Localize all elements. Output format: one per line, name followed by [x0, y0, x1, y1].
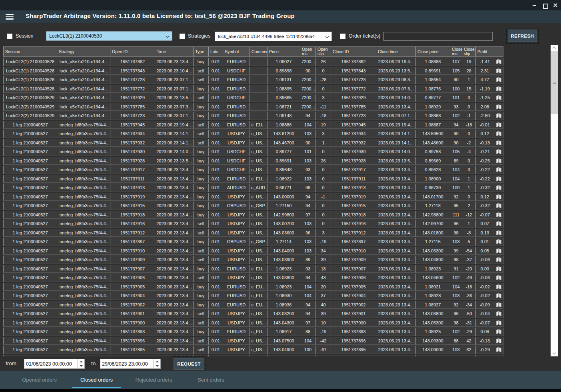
table-row[interactable]: 1 leg 2100040527oneleg_bf8fb3cc-75f4-4..… [3, 220, 503, 228]
step-down-icon[interactable] [78, 364, 84, 369]
table-row[interactable]: LockCL2(1) 2100040528lock_a5e7a210-c134-… [3, 76, 503, 84]
book-icon-cell[interactable] [494, 202, 503, 210]
table-row[interactable]: 1 leg 2100040527oneleg_bf8fb3cc-75f4-4..… [3, 139, 503, 147]
minimize-icon[interactable] [532, 3, 537, 8]
book-icon-cell[interactable] [494, 85, 503, 93]
column-header-open_ms[interactable]: Open ms [300, 46, 316, 57]
column-header-close_time[interactable]: Close time [376, 46, 416, 57]
table-row[interactable]: LockCL2(1) 2100040528lock_a5e7a210-c134-… [3, 67, 503, 75]
table-row[interactable]: LockCL2(1) 2100040528lock_a5e7a210-c134-… [3, 58, 503, 66]
table-row[interactable]: 1 leg 2100040527oneleg_bf8fb3cc-75f4-4..… [3, 202, 503, 210]
book-icon-cell[interactable] [494, 139, 503, 147]
book-icon-cell[interactable] [494, 220, 503, 228]
column-header-open_slip[interactable]: Open slip [316, 46, 331, 57]
to-date-stepper[interactable] [154, 359, 160, 368]
menu-icon[interactable] [6, 13, 14, 20]
tab-rejected-orders[interactable]: Rejected orders [125, 371, 182, 389]
book-icon-cell[interactable] [494, 319, 503, 327]
book-icon-cell[interactable] [494, 274, 503, 282]
column-header-profit[interactable]: Profit [476, 46, 494, 57]
book-icon-cell[interactable] [494, 130, 503, 138]
strategies-select[interactable]: lock_a5e7a210-c134-4496-96ee-12114f2296a… [215, 32, 332, 41]
book-icon-cell[interactable] [494, 328, 503, 336]
column-header-close_slip[interactable]: Close slip [462, 46, 476, 57]
step-down-icon[interactable] [154, 364, 160, 369]
book-icon-cell[interactable] [494, 283, 503, 291]
order-tickets-input[interactable] [383, 32, 493, 41]
book-icon-cell[interactable] [494, 184, 503, 192]
table-row[interactable]: 1 leg 2100040527oneleg_bf8fb3cc-75f4-4..… [3, 175, 503, 183]
scrollbar-thumb[interactable] [551, 51, 558, 114]
table-row[interactable]: LockCL2(1) 2100040528lock_a5e7a210-c134-… [3, 85, 503, 93]
table-row[interactable]: 1 leg 2100040527oneleg_bf8fb3cc-75f4-4..… [3, 193, 503, 201]
table-row[interactable]: LockCL2(2) 2100040529lock_a5e7a210-c134-… [3, 94, 503, 102]
book-icon-cell[interactable] [494, 211, 503, 219]
table-row[interactable]: 1 leg 2100040527oneleg_bf8fb3cc-75f4-4..… [3, 301, 503, 309]
from-date-stepper[interactable] [78, 359, 84, 368]
book-icon-cell[interactable] [494, 175, 503, 183]
book-icon-cell[interactable] [494, 121, 503, 129]
table-row[interactable]: 1 leg 2100040527oneleg_bf8fb3cc-75f4-4..… [3, 130, 503, 138]
column-header-time[interactable]: Time [155, 46, 194, 57]
column-header-close_id[interactable]: Close ID [331, 46, 376, 57]
book-icon-cell[interactable] [494, 103, 503, 111]
table-row[interactable]: 1 leg 2100040527oneleg_bf8fb3cc-75f4-4..… [3, 292, 503, 300]
table-row[interactable]: 1 leg 2100040527oneleg_bf8fb3cc-75f4-4..… [3, 247, 503, 255]
book-icon-cell[interactable] [494, 265, 503, 273]
book-icon-cell[interactable] [494, 346, 503, 354]
column-header-comment[interactable]: Comment [250, 46, 268, 57]
table-row[interactable]: LockCL2(2) 2100040529lock_a5e7a210-c134-… [3, 103, 503, 111]
from-date-input[interactable] [24, 359, 78, 368]
tab-opened-orders[interactable]: Opened orders [11, 371, 68, 389]
book-icon-cell[interactable] [494, 310, 503, 318]
step-up-icon[interactable] [154, 359, 160, 364]
column-header-close_ms[interactable]: Close ms [450, 46, 462, 57]
order-tickets-checkbox[interactable] [340, 34, 345, 39]
book-icon-cell[interactable] [494, 157, 503, 165]
session-checkbox[interactable] [7, 34, 12, 39]
column-header-open_id[interactable]: Open ID [110, 46, 155, 57]
table-row[interactable]: 1 leg 2100040527oneleg_bf8fb3cc-75f4-4..… [3, 166, 503, 174]
scroll-down-arrow-icon[interactable] [551, 350, 558, 356]
table-row[interactable]: 1 leg 2100040527oneleg_bf8fb3cc-75f4-4..… [3, 337, 503, 345]
table-row[interactable]: 1 leg 2100040527oneleg_bf8fb3cc-75f4-4..… [3, 310, 503, 318]
book-icon-cell[interactable] [494, 193, 503, 201]
book-icon-cell[interactable] [494, 148, 503, 156]
table-row[interactable]: 1 leg 2100040527oneleg_bf8fb3cc-75f4-4..… [3, 121, 503, 129]
table-row[interactable]: 1 leg 2100040527oneleg_bf8fb3cc-75f4-4..… [3, 148, 503, 156]
book-icon-cell[interactable] [494, 292, 503, 300]
book-icon-cell[interactable] [494, 94, 503, 102]
book-icon-cell[interactable] [494, 58, 503, 66]
book-icon-cell[interactable] [494, 337, 503, 345]
table-row[interactable]: 1 leg 2100040527oneleg_bf8fb3cc-75f4-4..… [3, 319, 503, 327]
table-row[interactable]: 1 leg 2100040527oneleg_bf8fb3cc-75f4-4..… [3, 238, 503, 246]
table-row[interactable]: LockCL2(2) 2100040529lock_a5e7a210-c134-… [3, 112, 503, 120]
column-header-price[interactable]: Price [268, 46, 300, 57]
session-select[interactable]: LockCL3(1) 2100040530 [46, 31, 172, 41]
table-row[interactable]: 1 leg 2100040527oneleg_bf8fb3cc-75f4-4..… [3, 157, 503, 165]
maximize-icon[interactable] [543, 3, 547, 8]
book-icon-cell[interactable] [494, 166, 503, 174]
column-header-symbol[interactable]: Symbol [223, 46, 250, 57]
tab-closed-orders[interactable]: Closed orders [68, 371, 125, 389]
table-row[interactable]: 1 leg 2100040527oneleg_bf8fb3cc-75f4-4..… [3, 184, 503, 192]
book-icon-cell[interactable] [494, 256, 503, 264]
column-header-lots[interactable]: Lots [209, 46, 223, 57]
request-button[interactable]: REQUEST [174, 358, 204, 370]
book-icon-cell[interactable] [494, 76, 503, 84]
book-icon-cell[interactable] [494, 229, 503, 237]
close-icon[interactable] [553, 3, 558, 8]
table-row[interactable]: 1 leg 2100040527oneleg_bf8fb3cc-75f4-4..… [3, 274, 503, 282]
scroll-up-arrow-icon[interactable] [551, 45, 558, 51]
book-icon-cell[interactable] [494, 301, 503, 309]
step-up-icon[interactable] [78, 359, 84, 364]
book-icon-cell[interactable] [494, 67, 503, 75]
refresh-button[interactable]: REFRESH [508, 30, 537, 42]
table-row[interactable]: 1 leg 2100040527oneleg_bf8fb3cc-75f4-4..… [3, 328, 503, 336]
column-header-type[interactable]: Type [194, 46, 209, 57]
table-row[interactable]: 1 leg 2100040527oneleg_bf8fb3cc-75f4-4..… [3, 256, 503, 264]
book-icon-cell[interactable] [494, 247, 503, 255]
strategies-checkbox[interactable] [180, 34, 185, 39]
table-row[interactable]: 1 leg 2100040527oneleg_bf8fb3cc-75f4-4..… [3, 211, 503, 219]
to-date-input[interactable] [100, 359, 154, 368]
